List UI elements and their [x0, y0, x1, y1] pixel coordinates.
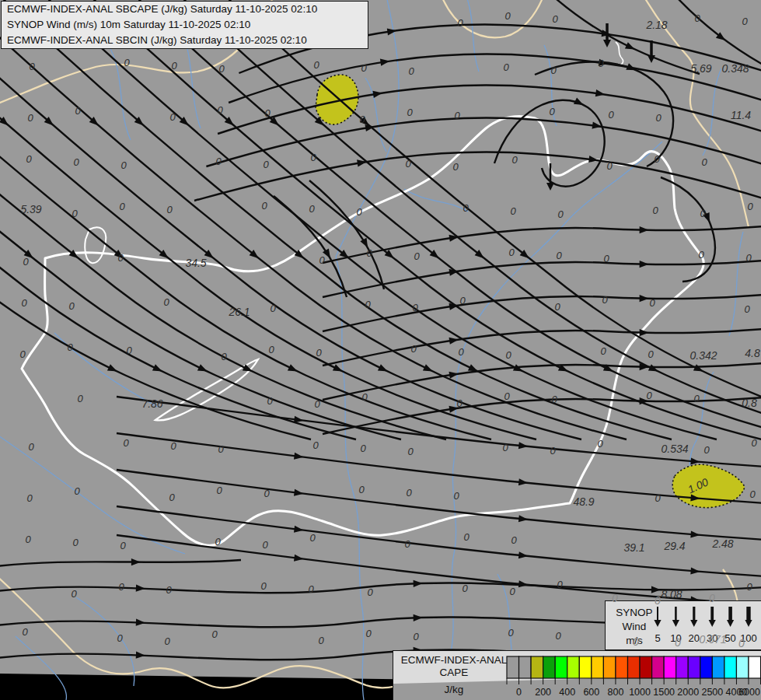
cape-color-swatch — [628, 656, 641, 678]
wind-speed-label: 5 — [655, 632, 660, 644]
cape-scale-value: 200 — [535, 687, 551, 698]
cape-color-swatch — [640, 656, 652, 678]
legend-wind-arrowhead-icon — [745, 620, 752, 627]
cape-color-swatch — [616, 656, 628, 678]
title-line-sbcin: ECMWF-INDEX-ANAL SBCIN (J/kg) Saturday 1… — [7, 33, 368, 48]
wind-speed-label: 10 — [670, 632, 681, 644]
cape-color-swatch — [531, 656, 543, 678]
cape-scale-value: 1000 — [629, 687, 651, 698]
map-canvas — [0, 0, 761, 700]
cape-color-swatch — [700, 656, 713, 678]
synop-legend-title: SYNOP — [616, 607, 652, 618]
weather-analysis-map: ECMWF-INDEX-ANAL SBCAPE (J/kg) Saturday … — [0, 0, 761, 700]
cape-colorbar-legend: ECMWF-INDEX-ANALCAPEJ/kg0200400600800100… — [393, 650, 761, 700]
title-line-sbcape: ECMWF-INDEX-ANAL SBCAPE (J/kg) Saturday … — [7, 2, 368, 17]
legend-wind-arrowhead-icon — [727, 620, 734, 627]
cape-color-swatch — [688, 656, 700, 678]
cape-scale-value: 6000 — [738, 687, 760, 698]
cape-legend-product: ECMWF-INDEX-ANAL — [401, 654, 508, 666]
cape-legend-units: J/kg — [445, 684, 464, 695]
cape-color-swatch — [567, 656, 580, 678]
cape-scale-value: 0 — [516, 687, 522, 698]
legend-wind-arrowhead-icon — [690, 620, 697, 627]
cape-color-swatch — [579, 656, 592, 678]
synop-wind-legend: SYNOPWindm/s510203050100 — [605, 600, 761, 650]
legend-wind-arrowhead-icon — [709, 620, 716, 627]
cape-scale-value: 800 — [608, 687, 624, 698]
wind-speed-label: 20 — [689, 632, 700, 644]
cape-color-swatch — [736, 656, 749, 678]
cape-scale-value: 2500 — [701, 687, 723, 698]
cape-legend-canvas: ECMWF-INDEX-ANALCAPEJ/kg0200400600800100… — [393, 651, 761, 700]
cape-color-swatch — [543, 656, 556, 678]
cape-color-swatch — [724, 656, 737, 678]
synop-legend-subtitle: Wind — [623, 621, 647, 632]
cape-scale-value: 1500 — [653, 687, 675, 698]
synop-legend-units: m/s — [626, 635, 643, 646]
cape-legend-parameter: CAPE — [440, 667, 469, 678]
cape-color-swatch — [749, 656, 761, 678]
legend-wind-arrowhead-icon — [654, 620, 661, 627]
cape-color-swatch — [507, 656, 519, 678]
synop-legend-canvas: SYNOPWindm/s510203050100 — [606, 601, 761, 649]
cape-color-swatch — [592, 656, 604, 678]
cape-scale-value: 400 — [559, 687, 575, 698]
cape-color-swatch — [652, 656, 665, 678]
title-line-synop-wind: SYNOP Wind (m/s) 10m Saturday 11-10-2025… — [7, 17, 368, 33]
cape-color-swatch — [603, 656, 616, 678]
cape-color-swatch — [664, 656, 676, 678]
cape-scale-value: 2000 — [677, 687, 699, 698]
cape-color-swatch — [676, 656, 689, 678]
map-background — [0, 0, 761, 700]
wind-speed-label: 50 — [724, 632, 735, 644]
cape-color-swatch — [712, 656, 724, 678]
cape-scale-value: 600 — [583, 687, 599, 698]
legend-wind-arrowhead-icon — [672, 620, 679, 627]
wind-speed-label: 30 — [707, 632, 717, 644]
cape-color-swatch — [519, 656, 532, 678]
map-title-box: ECMWF-INDEX-ANAL SBCAPE (J/kg) Saturday … — [1, 1, 368, 49]
wind-speed-label: 100 — [740, 632, 757, 644]
cape-color-swatch — [555, 656, 567, 678]
